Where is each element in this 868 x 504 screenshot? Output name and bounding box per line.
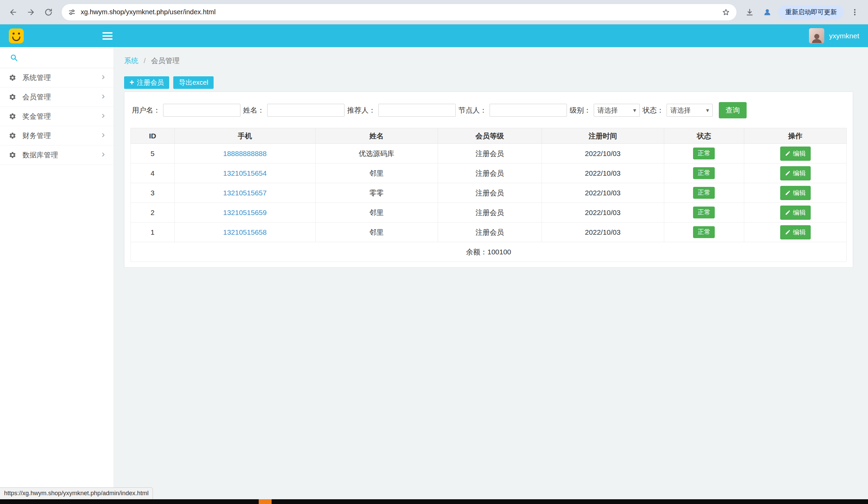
reload-button[interactable] [41,4,56,20]
edit-button-label: 编辑 [793,228,806,237]
caret-down-icon: ▾ [633,107,636,114]
username-input[interactable] [163,104,240,117]
col-header-phone: 手机 [174,128,315,144]
forward-button[interactable] [23,4,39,20]
node-input[interactable] [489,104,567,117]
edit-pencil-icon [785,170,791,176]
status-bar: https://xg.hwym.shop/yxymknet.php/admin/… [0,487,153,499]
phone-link[interactable]: 18888888888 [223,150,267,157]
name-input[interactable] [267,104,344,117]
taskbar-strip [0,499,868,504]
hamburger-menu-icon[interactable] [102,31,113,41]
cell-id: 4 [131,164,175,183]
cell-id: 5 [131,144,175,164]
app-header: yxymknet [0,24,868,47]
sidebar-item-label: 财务管理 [22,131,51,141]
chevron-right-icon: › [102,149,105,161]
sidebar-menu: 系统管理 › 会员管理 › 奖金管理 › 财务管理 › 数据库管理 › [0,68,114,165]
sidebar-item-label: 系统管理 [22,73,51,82]
export-excel-button[interactable]: 导出excel [173,76,214,89]
table-row: 1 13210515658 邻里 注册会员 2022/10/03 正常 编辑 [131,223,847,242]
header-username: yxymknet [829,32,859,40]
breadcrumb-root-link[interactable]: 系统 [124,56,138,64]
col-header-regtime: 注册时间 [541,128,664,144]
phone-link[interactable]: 13210515659 [223,208,267,216]
referrer-input[interactable] [379,104,456,117]
cell-level: 注册会员 [438,203,541,223]
gear-icon [9,112,17,121]
main-content: 系统 / 会员管理 + 注册会员 导出excel 用户名： 姓名： 推荐人： 节… [114,47,868,499]
cell-name: 零零 [315,183,438,203]
sidebar-item-bonus[interactable]: 奖金管理 › [0,107,114,126]
node-label: 节点人： [458,105,487,115]
edit-button-label: 编辑 [793,188,806,197]
edit-button[interactable]: 编辑 [780,166,811,181]
app-logo-icon[interactable] [9,29,24,43]
breadcrumb: 系统 / 会员管理 [124,56,853,65]
sidebar-item-database[interactable]: 数据库管理 › [0,145,114,165]
download-icon [745,8,754,17]
cell-regtime: 2022/10/03 [541,164,664,183]
phone-link[interactable]: 13210515657 [223,189,267,197]
balance-footer: 余额：100100 [131,242,847,262]
back-button[interactable] [6,4,21,20]
search-icon [10,53,18,62]
table-row: 2 13210515659 邻里 注册会员 2022/10/03 正常 编辑 [131,203,847,223]
sidebar-search[interactable] [0,47,114,68]
menu-button[interactable] [847,4,862,20]
cell-level: 注册会员 [438,183,541,203]
name-label: 姓名： [243,105,265,115]
edit-button[interactable]: 编辑 [780,206,811,220]
sidebar-item-label: 数据库管理 [22,150,58,160]
cell-level: 注册会员 [438,144,541,164]
search-button[interactable]: 查询 [719,102,747,119]
edit-button-label: 编辑 [793,149,806,158]
cell-regtime: 2022/10/03 [541,223,664,242]
bookmark-star-icon[interactable] [722,8,730,17]
register-member-button[interactable]: + 注册会员 [124,76,169,89]
col-header-action: 操作 [744,128,847,144]
forward-icon [27,8,35,17]
chevron-right-icon: › [102,111,105,122]
cell-id: 1 [131,223,175,242]
phone-link[interactable]: 13210515658 [223,228,267,236]
table-row: 3 13210515657 零零 注册会员 2022/10/03 正常 编辑 [131,183,847,203]
chevron-right-icon: › [102,91,105,103]
gear-icon [9,74,17,82]
col-header-id: ID [131,128,175,144]
gear-icon [9,151,17,159]
filter-row: 用户名： 姓名： 推荐人： 节点人： 级别： 请选择 ▾ 状态： 请选择 ▾ 查… [131,92,847,119]
status-select-value: 请选择 [670,106,691,115]
cell-name: 优选源码库 [315,144,438,164]
level-label: 级别： [570,105,591,115]
avatar[interactable] [809,28,824,43]
profile-button[interactable] [760,4,775,20]
status-select[interactable]: 请选择 ▾ [666,104,713,117]
edit-button[interactable]: 编辑 [780,146,811,161]
update-chip-button[interactable]: 重新启动即可更新 [778,5,844,19]
downloads-button[interactable] [742,4,757,20]
table-footer-row: 余额：100100 [131,242,847,262]
sidebar-item-label: 会员管理 [22,92,51,102]
back-icon [9,8,18,17]
cell-regtime: 2022/10/03 [541,183,664,203]
sidebar-item-system[interactable]: 系统管理 › [0,68,114,88]
edit-button[interactable]: 编辑 [780,186,811,200]
sidebar-item-finance[interactable]: 财务管理 › [0,126,114,145]
three-dots-icon [851,8,859,16]
col-header-level: 会员等级 [438,128,541,144]
chevron-right-icon: › [102,72,105,83]
chevron-right-icon: › [102,130,105,142]
address-bar[interactable]: xg.hwym.shop/yxymknet.php/user/index.htm… [62,4,736,20]
edit-pencil-icon [785,209,791,215]
phone-link[interactable]: 13210515654 [223,169,267,177]
register-member-label: 注册会员 [137,78,164,87]
sidebar-item-member[interactable]: 会员管理 › [0,88,114,107]
taskbar-app-indicator [259,499,271,504]
site-settings-icon[interactable] [68,8,76,16]
status-label: 状态： [642,105,664,115]
edit-button[interactable]: 编辑 [780,225,811,239]
edit-pencil-icon [785,229,791,235]
level-select[interactable]: 请选择 ▾ [594,104,640,117]
breadcrumb-separator: / [144,56,146,64]
